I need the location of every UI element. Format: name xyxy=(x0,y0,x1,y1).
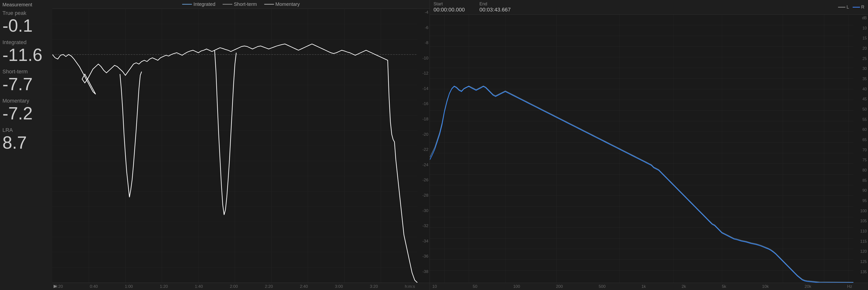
lra-block: LRA 8.7 xyxy=(2,127,50,151)
legend-momentary: Momentary xyxy=(264,1,300,7)
channel-L-icon xyxy=(838,7,845,7)
legend-momentary-label: Momentary xyxy=(275,1,300,7)
channel-R-label: R xyxy=(861,5,864,10)
integrated-label: Integrated xyxy=(2,39,50,46)
channel-R: R xyxy=(852,5,864,10)
left-metrics-panel: Measurement True peak -0.1 Integrated -1… xyxy=(0,0,52,290)
channel-L: L xyxy=(838,5,849,10)
play-button[interactable]: ▶ xyxy=(54,283,57,289)
end-label: End xyxy=(479,1,510,7)
waveform-legend: Integrated Short-term Momentary xyxy=(52,0,430,9)
start-value: 00:00:00.000 xyxy=(434,7,465,13)
waveform-chart-area: -4 -6 -8 -10 -12 -14 -16 -18 -20 -22 -24… xyxy=(52,9,430,283)
true-peak-block: True peak -0.1 xyxy=(2,10,50,34)
short-term-block: Short-term -7.7 xyxy=(2,68,50,93)
true-peak-value: -0.1 xyxy=(2,17,50,34)
freq-x-axis: 10 50 100 200 500 1k 2k 5k 10k 20k Hz xyxy=(430,283,868,290)
freq-y-axis: dB 10 15 20 25 30 35 40 45 50 55 60 65 7… xyxy=(854,14,868,276)
legend-integrated-label: Integrated xyxy=(193,1,215,7)
waveform-x-axis: ▶ 0:20 0:40 1:00 1:20 1:40 2:00 2:20 2:4… xyxy=(52,283,430,290)
freq-time-info: Start 00:00:00.000 End 00:03:43.667 xyxy=(434,1,511,13)
freq-chart-area: dB 10 15 20 25 30 35 40 45 50 55 60 65 7… xyxy=(430,14,868,283)
end-time-block: End 00:03:43.667 xyxy=(479,1,510,13)
freq-header: Start 00:00:00.000 End 00:03:43.667 L R xyxy=(430,0,868,14)
momentary-line-icon xyxy=(264,4,274,5)
start-time-block: Start 00:00:00.000 xyxy=(434,1,465,13)
freq-x-labels: 10 50 100 200 500 1k 2k 5k 10k 20k Hz xyxy=(430,284,868,289)
measurement-title: Measurement xyxy=(2,2,50,7)
channel-legend: L R xyxy=(838,5,864,10)
waveform-x-labels: 0:20 0:40 1:00 1:20 1:40 2:00 2:20 2:40 … xyxy=(52,284,417,289)
freq-svg xyxy=(430,14,854,283)
start-label: Start xyxy=(434,1,465,7)
momentary-label: Momentary xyxy=(2,98,50,104)
integrated-value: -11.6 xyxy=(2,46,50,64)
integrated-line-icon xyxy=(182,4,192,5)
waveform-y-axis: -4 -6 -8 -10 -12 -14 -16 -18 -20 -22 -24… xyxy=(417,9,430,276)
waveform-svg xyxy=(52,9,417,283)
svg-rect-12 xyxy=(430,14,854,283)
momentary-block: Momentary -7.2 xyxy=(2,98,50,122)
integrated-block: Integrated -11.6 xyxy=(2,39,50,64)
lra-label: LRA xyxy=(2,127,50,133)
lra-value: 8.7 xyxy=(2,134,50,151)
short-term-label: Short-term xyxy=(2,68,50,75)
momentary-value: -7.2 xyxy=(2,105,50,122)
true-peak-label: True peak xyxy=(2,10,50,16)
channel-L-label: L xyxy=(846,5,849,10)
end-value: 00:03:43.667 xyxy=(479,7,510,13)
waveform-panel: Integrated Short-term Momentary xyxy=(52,0,430,290)
channel-R-icon xyxy=(852,7,860,7)
frequency-panel: Start 00:00:00.000 End 00:03:43.667 L R xyxy=(430,0,868,290)
short-term-line-icon xyxy=(223,4,232,5)
legend-short-term-label: Short-term xyxy=(234,1,257,7)
legend-short-term: Short-term xyxy=(223,1,257,7)
short-term-value: -7.7 xyxy=(2,75,50,93)
legend-integrated: Integrated xyxy=(182,1,215,7)
